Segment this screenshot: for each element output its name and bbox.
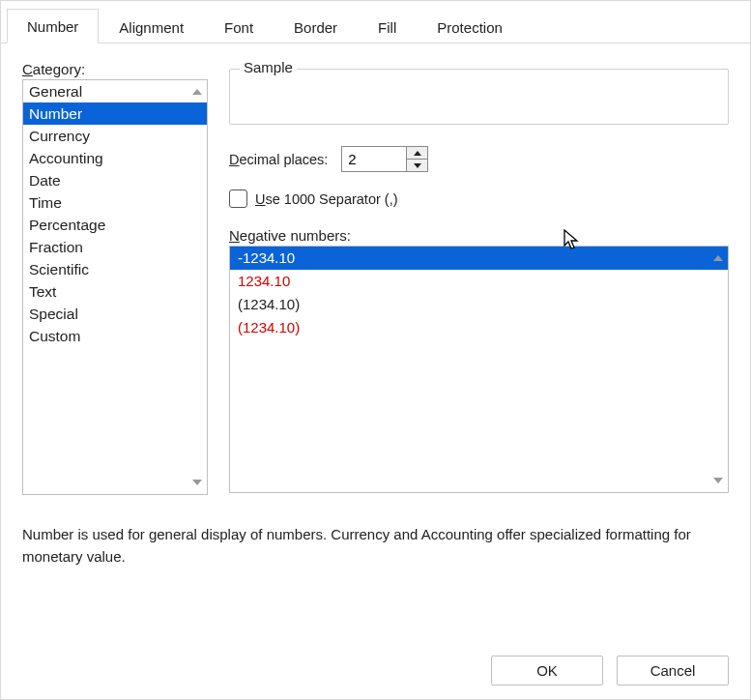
category-label: Category: [22, 61, 208, 77]
scroll-down-arrow[interactable] [710, 473, 726, 488]
list-item[interactable]: 1234.10 [230, 270, 728, 293]
tab-fill[interactable]: Fill [358, 10, 417, 44]
category-listbox[interactable]: GeneralNumberCurrencyAccountingDateTimeP… [22, 79, 208, 495]
sample-group: Sample [229, 69, 729, 125]
sample-legend: Sample [240, 59, 297, 75]
thousand-separator-label: Use 1000 Separator (,) [255, 191, 398, 207]
tab-border[interactable]: Border [274, 10, 358, 44]
list-item[interactable]: Percentage [23, 214, 207, 236]
category-description: Number is used for general display of nu… [22, 523, 729, 568]
thousand-separator-checkbox[interactable] [229, 190, 247, 208]
decimal-places-label: Decimal places: [229, 152, 328, 167]
format-cells-dialog: NumberAlignmentFontBorderFillProtection … [0, 0, 751, 700]
scroll-down-arrow[interactable] [189, 475, 205, 490]
spinner-down-icon[interactable] [407, 160, 427, 171]
tab-number[interactable]: Number [7, 9, 99, 44]
list-item[interactable]: Number [23, 102, 207, 125]
list-item[interactable]: Special [23, 303, 207, 325]
tab-font[interactable]: Font [204, 10, 274, 44]
negative-numbers-label: Negative numbers: [229, 227, 729, 244]
list-item[interactable]: Scientific [23, 258, 207, 280]
list-item[interactable]: Accounting [23, 147, 207, 169]
scroll-up-arrow[interactable] [710, 250, 726, 266]
list-item[interactable]: Date [23, 169, 207, 191]
list-item[interactable]: -1234.10 [230, 247, 728, 270]
ok-button[interactable]: OK [491, 656, 603, 685]
list-item[interactable]: (1234.10) [230, 316, 728, 339]
list-item[interactable]: General [23, 80, 207, 102]
tab-bar: NumberAlignmentFontBorderFillProtection [1, 1, 750, 44]
decimal-places-spinner[interactable] [341, 146, 428, 172]
scroll-up-arrow[interactable] [189, 84, 205, 100]
list-item[interactable]: Fraction [23, 236, 207, 258]
list-item[interactable]: Currency [23, 125, 207, 147]
list-item[interactable]: (1234.10) [230, 293, 728, 316]
list-item[interactable]: Text [23, 280, 207, 303]
negative-numbers-listbox[interactable]: -1234.101234.10(1234.10)(1234.10) [229, 246, 729, 493]
list-item[interactable]: Time [23, 191, 207, 214]
cancel-button[interactable]: Cancel [617, 656, 729, 685]
tab-alignment[interactable]: Alignment [99, 10, 204, 44]
list-item[interactable]: Custom [23, 325, 207, 347]
decimal-places-input[interactable] [342, 147, 406, 171]
spinner-up-icon[interactable] [407, 147, 427, 160]
tab-protection[interactable]: Protection [417, 10, 523, 44]
